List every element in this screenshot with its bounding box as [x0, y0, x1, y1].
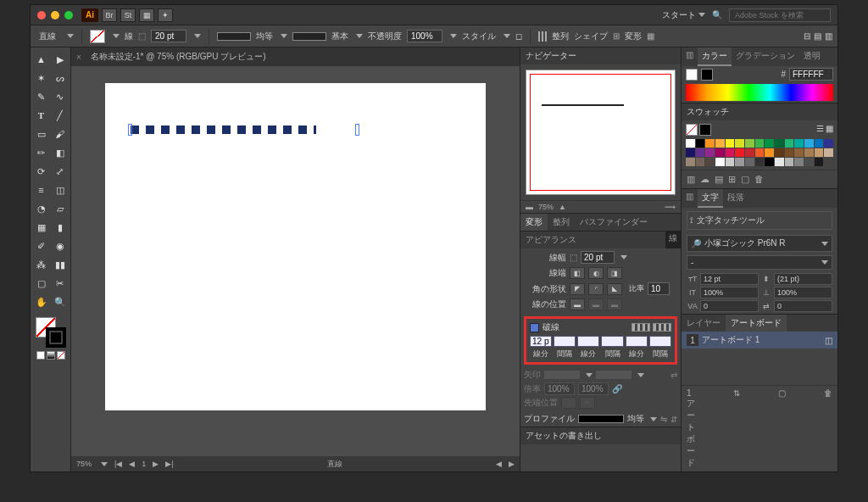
paintbrush-tool[interactable]: 🖌 [52, 126, 69, 142]
dash-3-input[interactable] [626, 336, 648, 347]
swatch-cell[interactable] [765, 158, 774, 166]
blend-tool[interactable]: ◉ [52, 237, 69, 254]
font-style-select[interactable]: - [687, 255, 832, 270]
swatch-cell[interactable] [794, 158, 804, 166]
delete-artboard-icon[interactable]: 🗑 [824, 388, 832, 469]
artboard-options-icon[interactable]: ◫ [825, 336, 832, 345]
arrow-align-1-icon[interactable]: → [561, 397, 576, 409]
swatch-cell[interactable] [755, 148, 765, 157]
gap-2-input[interactable] [601, 336, 623, 347]
fill-swatch[interactable] [90, 30, 105, 43]
touch-type-tool[interactable]: ⟟文字タッチツール [687, 211, 832, 230]
tab-character[interactable]: 文字 [698, 189, 723, 208]
next-page-icon[interactable]: ▶ [153, 460, 159, 468]
swatch-cell[interactable] [705, 139, 715, 148]
start-menu[interactable]: スタート [662, 9, 705, 21]
swatch-cell[interactable] [785, 158, 794, 166]
swatch-cell[interactable] [815, 139, 824, 148]
lasso-tool[interactable]: ᔕ [52, 70, 69, 86]
swatch-cell[interactable] [686, 139, 695, 148]
swatch-none-icon[interactable] [686, 124, 698, 136]
swatch-cell[interactable] [824, 148, 833, 157]
new-artboard-icon[interactable]: ▢ [778, 388, 786, 469]
swatch-grid-icon[interactable]: ▦ [826, 124, 833, 136]
swatch-registration-icon[interactable] [699, 124, 711, 136]
align-label[interactable]: 整列 [552, 31, 569, 42]
more-icon-1[interactable]: ▤ [814, 31, 821, 41]
swatch-cell[interactable] [794, 148, 804, 157]
swatch-cell[interactable] [765, 148, 774, 157]
zoom-out-icon[interactable]: ▬ [526, 203, 533, 211]
swatch-cell[interactable] [735, 148, 744, 157]
swatch-cell[interactable] [785, 148, 794, 157]
free-transform-tool[interactable]: ◫ [52, 181, 69, 198]
reorder-icon[interactable]: ⇅ [733, 388, 740, 469]
swatch-cell[interactable] [735, 158, 744, 166]
arrow-align-2-icon[interactable]: ⊢ [580, 397, 595, 409]
libraries-icon[interactable]: ▥ [682, 47, 698, 66]
bridge-icon[interactable]: Br [102, 8, 117, 22]
line-tool[interactable]: ╱ [52, 107, 69, 124]
rotate-tool[interactable]: ⟳ [33, 163, 50, 180]
tab-transform[interactable]: 変形 [520, 214, 548, 231]
new-swatch-icon[interactable]: ▢ [741, 174, 749, 185]
swatch-cell[interactable] [696, 139, 705, 148]
canvas[interactable] [71, 66, 520, 456]
tracking-input[interactable]: 0 [700, 300, 759, 312]
eyedropper-tool[interactable]: ✐ [33, 237, 50, 254]
shape-builder-tool[interactable]: ◔ [33, 200, 50, 217]
swatch-cell[interactable] [794, 139, 804, 148]
delete-swatch-icon[interactable]: 🗑 [754, 174, 764, 185]
swatch-cell[interactable] [804, 158, 814, 166]
color-fill-swatch[interactable] [686, 69, 698, 81]
corner-miter-icon[interactable]: ◤ [570, 283, 585, 295]
stroke-profile-preview[interactable] [217, 32, 251, 41]
swatch-cell[interactable] [745, 158, 754, 166]
arrange-icon[interactable]: ▦ [139, 8, 154, 22]
shape-label[interactable]: シェイプ [574, 31, 608, 42]
perspective-tool[interactable]: ▱ [52, 200, 69, 217]
style-label[interactable]: スタイル [462, 31, 496, 42]
swatch-cell[interactable] [745, 139, 754, 148]
cap-round-icon[interactable]: ◐ [588, 267, 604, 279]
cap-square-icon[interactable]: ◨ [607, 267, 622, 279]
swatch-cell[interactable] [775, 158, 784, 166]
color-spectrum[interactable] [686, 84, 833, 101]
corner-round-icon[interactable]: ◜ [588, 283, 604, 295]
kerning-input[interactable]: 0 [774, 300, 832, 312]
transform-label[interactable]: 変形 [625, 31, 642, 42]
hscale-input[interactable]: 100% [774, 287, 832, 298]
miter-ratio-input[interactable] [648, 282, 670, 295]
vscale-input[interactable]: 100% [700, 287, 759, 298]
font-family-select[interactable]: 🔎小塚ゴシック Pr6N R [687, 235, 832, 252]
search-icon[interactable]: 🔍 [712, 10, 722, 20]
lib-icon[interactable]: ▥ [687, 174, 695, 185]
swatch-cell[interactable] [824, 139, 833, 148]
stroke-weight-input[interactable] [151, 30, 186, 42]
gpu-icon[interactable]: ✦ [158, 8, 173, 22]
swatch-cell[interactable] [755, 158, 765, 166]
swatch-cell[interactable] [815, 158, 824, 166]
mesh-tool[interactable]: ▦ [33, 219, 50, 236]
scroll-right-icon[interactable]: ▶ [509, 460, 515, 468]
swatch-cell[interactable] [726, 158, 735, 166]
stroke-weight-field[interactable] [581, 251, 615, 264]
swatch-opt-icon[interactable]: ▤ [715, 174, 723, 185]
swatch-cell[interactable] [726, 148, 735, 157]
brush-preview[interactable] [292, 32, 326, 41]
cap-butt-icon[interactable]: ◧ [570, 267, 585, 279]
color-stroke-swatch[interactable] [701, 69, 713, 81]
stroke-chip[interactable]: 線 [665, 231, 681, 248]
swatch-cell[interactable] [705, 158, 715, 166]
document-tab[interactable]: × 名称未設定-1* @ 75% (RGB/GPU プレビュー) [71, 47, 520, 66]
tab-layers[interactable]: レイヤー [682, 315, 726, 332]
selection-handle-left[interactable] [128, 124, 132, 136]
fill-stroke-indicator[interactable] [36, 317, 66, 348]
dashed-line-object[interactable] [131, 126, 316, 134]
new-group-icon[interactable]: ⊞ [728, 174, 736, 185]
swatch-cell[interactable] [745, 148, 754, 157]
magic-wand-tool[interactable]: ✶ [33, 70, 50, 86]
gradient-tool[interactable]: ▮ [52, 219, 69, 236]
char-panel-icon[interactable]: ▥ [682, 189, 698, 208]
scale-tool[interactable]: ⤢ [52, 163, 69, 180]
